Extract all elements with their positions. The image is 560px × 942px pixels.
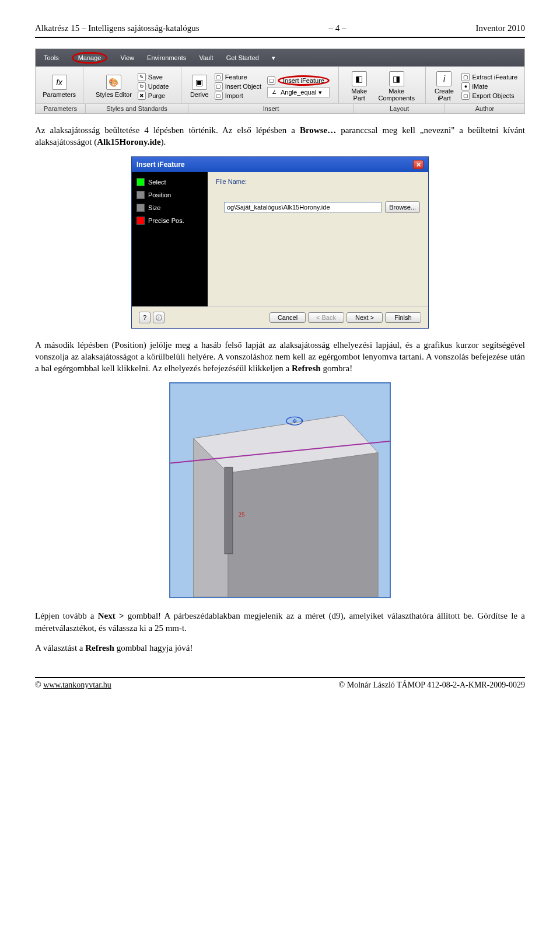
help-button[interactable]: ?	[139, 312, 150, 323]
ribbon-group-insert: ▣ Derive ▢Feature ▢Insert Object ▢Import…	[181, 67, 339, 103]
dialog-titlebar: Insert iFeature ✕	[132, 157, 428, 172]
dialog-title-text: Insert iFeature	[136, 161, 185, 169]
update-button[interactable]: ↻Update	[138, 82, 169, 90]
import-icon: ▢	[215, 92, 223, 100]
ipart-icon: i	[436, 71, 452, 86]
dialog-footer: ? ⓘ Cancel < Back Next > Finish	[132, 306, 428, 328]
svg-rect-3	[225, 467, 233, 554]
purge-button[interactable]: ✖Purge	[138, 92, 169, 100]
extract-icon: ▢	[461, 73, 470, 81]
ribbon-group-labels: Parameters Styles and Standards Insert L…	[36, 103, 524, 113]
step-position-indicator	[136, 191, 145, 199]
export-icon: ▢	[461, 92, 470, 100]
styles-editor-label: Styles Editor	[96, 91, 132, 98]
derive-icon: ▣	[192, 75, 207, 90]
menubar: Tools Manage View Environments Vault Get…	[36, 49, 524, 67]
make-components-label: Make Components	[377, 88, 416, 102]
ribbon-group-layout: ◧ Make Part ◨ Make Components	[339, 67, 426, 103]
paragraph-2: A második lépésben (Position) jelölje me…	[35, 339, 525, 375]
menu-environments[interactable]: Environments	[141, 53, 192, 63]
file-name-label: File Name:	[216, 178, 420, 185]
derive-label: Derive	[190, 91, 209, 98]
insert-ifeature-dialog: Insert iFeature ✕ Select Position Size P…	[131, 156, 429, 329]
page-footer: © www.tankonyvtar.hu © Molnár László TÁM…	[35, 677, 525, 690]
svg-marker-2	[228, 453, 378, 597]
update-icon: ↻	[138, 82, 146, 90]
imate-button[interactable]: ●iMate	[461, 82, 517, 90]
info-button[interactable]: ⓘ	[153, 312, 164, 323]
make-components-button[interactable]: ◨ Make Components	[377, 71, 416, 102]
next-button[interactable]: Next >	[346, 312, 383, 323]
fx-icon: fx	[52, 75, 67, 90]
insert-object-button[interactable]: ▢Insert Object	[215, 82, 261, 90]
make-components-icon: ◨	[389, 71, 404, 86]
header-right: Inventor 2010	[475, 23, 525, 33]
group-label-insert: Insert	[188, 104, 354, 113]
make-part-label: Make Part	[348, 88, 371, 102]
finish-button[interactable]: Finish	[385, 312, 421, 323]
header-rule	[35, 37, 525, 38]
create-ipart-label: Create iPart	[432, 88, 456, 102]
step-precise-indicator	[136, 217, 145, 225]
purge-icon: ✖	[138, 92, 146, 100]
palette-icon: 🎨	[106, 75, 121, 90]
paragraph-3: Lépjen tovább a Next > gombbal! A párbes…	[35, 610, 525, 634]
create-ipart-button[interactable]: i Create iPart	[432, 71, 456, 102]
dialog-wizard-steps: Select Position Size Precise Pos.	[132, 172, 208, 306]
parameters-button[interactable]: fx Parameters	[43, 75, 76, 98]
dimension-label: 25	[239, 511, 245, 518]
step-position[interactable]: Position	[136, 191, 203, 199]
insert-ifeature-button[interactable]: ▢Insert iFeature	[267, 75, 330, 86]
header-center: – 4 –	[329, 23, 346, 33]
back-button: < Back	[308, 312, 344, 323]
menu-view[interactable]: View	[114, 53, 140, 63]
save-button[interactable]: ✎Save	[138, 73, 169, 81]
feature-icon: ▢	[215, 73, 223, 81]
browse-button[interactable]: Browse...	[385, 201, 420, 213]
header-left: Alkatrész 15 – Intelligens sajátosság-ka…	[35, 23, 200, 33]
feature-button[interactable]: ▢Feature	[215, 73, 261, 81]
menu-get-started[interactable]: Get Started	[220, 53, 265, 63]
group-label-parameters: Parameters	[36, 104, 86, 113]
ribbon-body: fx Parameters 🎨 Styles Editor ✎Save ↻Upd…	[36, 67, 524, 103]
step-select[interactable]: Select	[136, 178, 203, 186]
make-part-icon: ◧	[352, 71, 367, 86]
imate-icon: ●	[461, 82, 470, 90]
menu-manage[interactable]: Manage	[66, 50, 114, 65]
extract-ifeature-button[interactable]: ▢Extract iFeature	[461, 73, 517, 81]
make-part-button[interactable]: ◧ Make Part	[348, 71, 371, 102]
angle-equal-dropdown[interactable]: ∠Angle_equal ▾	[267, 87, 330, 97]
styles-editor-button[interactable]: 🎨 Styles Editor	[96, 75, 132, 98]
menu-tools[interactable]: Tools	[38, 53, 65, 63]
import-button[interactable]: ▢Import	[215, 92, 261, 100]
ribbon-screenshot: Tools Manage View Environments Vault Get…	[35, 48, 525, 114]
file-name-input[interactable]	[224, 202, 382, 212]
close-icon[interactable]: ✕	[413, 160, 424, 169]
group-label-author: Author	[445, 104, 524, 113]
svg-text:✥: ✥	[292, 418, 297, 425]
insert-ifeature-highlight: Insert iFeature	[278, 75, 330, 86]
menu-vault[interactable]: Vault	[193, 53, 219, 63]
derive-button[interactable]: ▣ Derive	[190, 75, 209, 98]
step-select-indicator	[136, 178, 145, 186]
step-size-indicator	[136, 204, 145, 212]
save-icon: ✎	[138, 73, 146, 81]
group-label-layout: Layout	[354, 104, 445, 113]
ribbon-group-author: i Create iPart ▢Extract iFeature ●iMate …	[426, 67, 524, 103]
footer-right: © Molnár László TÁMOP 412-08-2-A-KMR-200…	[339, 681, 525, 690]
group-label-styles: Styles and Standards	[86, 104, 188, 113]
footer-link[interactable]: www.tankonyvtar.hu	[43, 681, 111, 689]
footer-left: © www.tankonyvtar.hu	[35, 681, 111, 690]
manage-highlight-ellipse: Manage	[72, 52, 108, 64]
angle-icon: ∠	[270, 88, 278, 96]
step-size[interactable]: Size	[136, 204, 203, 212]
3d-model-figure: ✥ 25	[169, 382, 391, 598]
step-precise-pos[interactable]: Precise Pos.	[136, 217, 203, 225]
export-objects-button[interactable]: ▢Export Objects	[461, 92, 517, 100]
cancel-button[interactable]: Cancel	[270, 312, 306, 323]
menu-overflow-icon[interactable]: ▾	[266, 53, 281, 64]
page-header: Alkatrész 15 – Intelligens sajátosság-ka…	[35, 23, 525, 33]
ribbon-group-parameters: fx Parameters	[36, 67, 83, 103]
ifeature-icon: ▢	[267, 76, 275, 85]
insert-object-icon: ▢	[215, 82, 223, 90]
